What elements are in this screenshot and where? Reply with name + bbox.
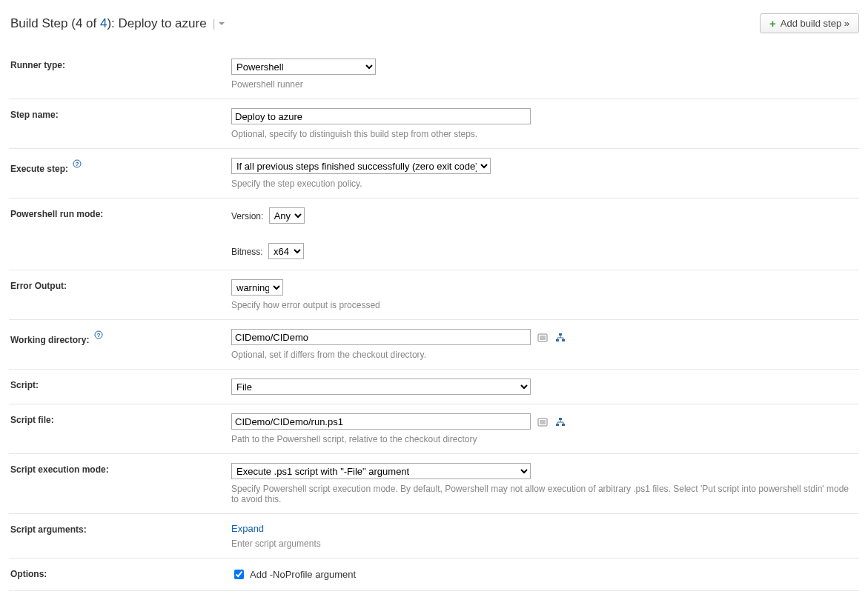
bitness-select[interactable]: x64 — [268, 243, 304, 259]
options-label: Options: — [9, 558, 231, 591]
script-file-label: Script file: — [9, 404, 231, 454]
step-name-hint: Optional, specify to distinguish this bu… — [231, 129, 852, 139]
script-exec-mode-label: Script execution mode: — [9, 454, 231, 514]
script-exec-mode-select[interactable]: Execute .ps1 script with "-File" argumen… — [231, 463, 531, 479]
error-output-label: Error Output: — [9, 270, 231, 320]
svg-rect-10 — [562, 339, 565, 341]
svg-rect-16 — [556, 424, 559, 426]
svg-text:?: ? — [76, 161, 79, 167]
script-args-hint: Enter script arguments — [231, 538, 852, 549]
help-icon[interactable]: ? — [94, 330, 103, 339]
add-build-step-button[interactable]: + Add build step » — [760, 13, 859, 33]
reorder-steps-icon[interactable]: | — [213, 18, 226, 30]
working-dir-input[interactable] — [231, 329, 531, 345]
svg-rect-15 — [559, 418, 562, 420]
runner-type-label: Runner type: — [9, 50, 231, 99]
version-select[interactable]: Any — [269, 207, 305, 224]
page-title: Build Step (4 of 4): Deploy to azure — [9, 16, 207, 31]
error-output-select[interactable]: warning — [231, 279, 283, 296]
script-file-input[interactable] — [231, 413, 531, 430]
picker-icon[interactable] — [537, 417, 548, 427]
runmode-label: Powershell run mode: — [9, 199, 231, 233]
script-exec-mode-hint: Specify Powershell script execution mode… — [231, 484, 852, 504]
working-dir-hint: Optional, set if differs from the checko… — [231, 350, 852, 360]
script-args-label: Script arguments: — [9, 514, 231, 558]
svg-rect-9 — [556, 339, 559, 341]
runner-type-select[interactable]: Powershell — [231, 59, 376, 75]
execute-step-hint: Specify the step execution policy. — [231, 179, 852, 189]
execute-step-label: Execute step: ? — [9, 149, 231, 199]
working-dir-label: Working directory: ? — [9, 320, 231, 370]
step-name-input[interactable] — [231, 108, 531, 124]
script-select[interactable]: File — [231, 378, 531, 395]
tree-icon[interactable] — [555, 417, 566, 427]
script-label: Script: — [9, 370, 231, 404]
svg-text:?: ? — [96, 332, 100, 338]
svg-rect-17 — [562, 424, 565, 426]
help-icon[interactable]: ? — [73, 159, 82, 168]
error-output-hint: Specify how error output is processed — [231, 300, 852, 310]
script-args-expand-link[interactable]: Expand — [231, 523, 264, 534]
step-name-label: Step name: — [9, 99, 231, 149]
runner-type-hint: Powershell runner — [231, 79, 852, 90]
additional-params-label: Additional command line parameters: — [9, 591, 231, 598]
tree-icon[interactable] — [555, 333, 566, 343]
bitness-label: Bitness: — [231, 247, 263, 257]
picker-icon[interactable] — [537, 333, 548, 343]
noprofile-checkbox-label: Add -NoProfile argument — [250, 569, 356, 580]
version-label: Version: — [231, 211, 263, 221]
svg-rect-8 — [559, 333, 562, 336]
script-file-hint: Path to the Powershell script, relative … — [231, 434, 852, 444]
noprofile-checkbox[interactable] — [234, 570, 244, 579]
execute-step-select[interactable]: If all previous steps finished successfu… — [231, 158, 491, 174]
plus-icon: + — [769, 18, 776, 29]
